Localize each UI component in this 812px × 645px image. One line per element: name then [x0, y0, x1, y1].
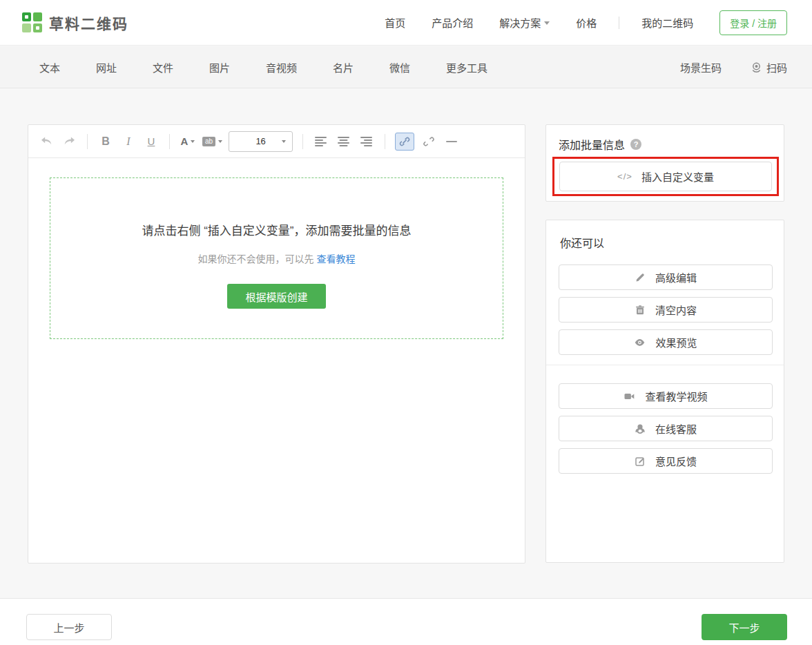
help-icon[interactable]: ? — [630, 139, 641, 150]
tutorial-video-button[interactable]: 查看教学视频 — [559, 383, 773, 409]
main-nav: 首页 产品介绍 解决方案 价格 我的二维码 登录 / 注册 — [385, 10, 787, 35]
redo-button[interactable] — [61, 133, 77, 151]
more-actions-panel: 你还可以 高级编辑 清空内容 效 — [545, 220, 784, 563]
pencil-icon — [635, 272, 646, 283]
next-step-button[interactable]: 下一步 — [702, 614, 787, 640]
hint-text: 如果你还不会使用，可以先 — [198, 253, 317, 264]
nav-item-my-qrcodes[interactable]: 我的二维码 — [641, 15, 693, 30]
nav-divider — [619, 17, 619, 29]
nav-item-solutions-label: 解决方案 — [499, 15, 541, 30]
nav-item-pricing[interactable]: 价格 — [576, 15, 597, 30]
underline-button[interactable]: U — [143, 133, 160, 151]
logo-square-icon — [22, 12, 31, 21]
create-from-template-button[interactable]: 根据模版创建 — [227, 284, 325, 309]
tab-wechat[interactable]: 微信 — [389, 60, 410, 75]
font-size-value: 16 — [255, 136, 265, 146]
tutorial-link[interactable]: 查看教程 — [316, 253, 355, 264]
undo-icon — [40, 136, 53, 146]
panel-divider — [546, 365, 784, 365]
login-register-button[interactable]: 登录 / 注册 — [719, 10, 787, 35]
batch-info-header: 添加批量信息 ? — [559, 136, 771, 153]
advanced-edit-button[interactable]: 高级编辑 — [559, 264, 773, 290]
tutorial-video-label: 查看教学视频 — [645, 389, 707, 403]
highlight-color-button[interactable]: ab — [202, 133, 222, 151]
logo-square-icon — [22, 23, 31, 32]
previous-step-button[interactable]: 上一步 — [26, 614, 112, 640]
editor-content-area[interactable]: 请点击右侧 “插入自定义变量”，添加需要批量的信息 如果你还不会使用，可以先 查… — [28, 158, 525, 358]
online-support-label: 在线客服 — [655, 421, 697, 436]
red-highlight-annotation: </> 插入自定义变量 — [552, 157, 779, 196]
variable-placeholder-box: 请点击右侧 “插入自定义变量”，添加需要批量的信息 如果你还不会使用，可以先 查… — [50, 177, 503, 339]
chevron-down-icon — [544, 21, 550, 25]
logo-square-icon — [33, 12, 42, 21]
eye-icon — [634, 337, 646, 348]
align-center-button[interactable] — [336, 133, 352, 151]
rich-text-editor: B I U A ab 16 — [28, 124, 525, 564]
placeholder-instruction: 请点击右侧 “插入自定义变量”，添加需要批量的信息 — [142, 221, 411, 238]
page: 草料二维码 首页 产品介绍 解决方案 价格 我的二维码 登录 / 注册 文本 网… — [0, 0, 812, 645]
nav-item-products[interactable]: 产品介绍 — [432, 15, 473, 30]
horizontal-rule-icon — [446, 141, 457, 142]
tab-vcard[interactable]: 名片 — [333, 60, 354, 75]
editor-toolbar: B I U A ab 16 — [28, 125, 525, 158]
toolbar-divider — [385, 134, 385, 149]
insert-variable-label: 插入自定义变量 — [641, 169, 714, 184]
qr-type-tabs: 文本 网址 文件 图片 音视频 名片 微信 更多工具 — [39, 60, 487, 75]
align-left-icon — [315, 137, 327, 146]
nav-item-solutions[interactable]: 解决方案 — [499, 15, 550, 30]
preview-button[interactable]: 效果预览 — [559, 329, 773, 355]
online-support-button[interactable]: 在线客服 — [559, 416, 773, 441]
align-right-button[interactable] — [358, 133, 375, 151]
tab-file[interactable]: 文件 — [153, 60, 173, 75]
insert-link-button[interactable] — [395, 133, 414, 151]
brand-name: 草料二维码 — [49, 12, 128, 33]
video-icon — [624, 391, 635, 402]
batch-info-panel: 添加批量信息 ? </> 插入自定义变量 — [545, 124, 784, 202]
brand-logo[interactable]: 草料二维码 — [22, 12, 128, 33]
preview-label: 效果预览 — [655, 335, 697, 349]
wizard-footer: 上一步 下一步 — [0, 598, 812, 645]
clear-content-label: 清空内容 — [655, 302, 697, 317]
more-actions-title: 你还可以 — [560, 234, 771, 251]
tab-text[interactable]: 文本 — [39, 60, 60, 75]
scan-label: 扫码 — [766, 60, 787, 75]
font-color-label: A — [181, 135, 188, 147]
insert-variable-button[interactable]: </> 插入自定义变量 — [559, 162, 772, 191]
clear-content-button[interactable]: 清空内容 — [559, 297, 773, 322]
tab-image[interactable]: 图片 — [209, 60, 230, 75]
subnav-right: 场景生码 扫码 — [680, 60, 787, 75]
tab-media[interactable]: 音视频 — [266, 60, 297, 75]
highlight-icon: ab — [202, 137, 215, 146]
feedback-icon — [635, 456, 646, 467]
align-right-icon — [360, 137, 373, 146]
link-icon — [399, 136, 410, 147]
type-subnav: 文本 网址 文件 图片 音视频 名片 微信 更多工具 场景生码 扫码 — [0, 46, 812, 88]
trash-icon — [635, 305, 646, 316]
align-center-icon — [338, 137, 350, 146]
advanced-edit-label: 高级编辑 — [655, 270, 697, 285]
font-color-button[interactable]: A — [180, 133, 196, 151]
horizontal-rule-button[interactable] — [443, 133, 460, 151]
feedback-label: 意见反馈 — [655, 454, 697, 468]
tab-url[interactable]: 网址 — [96, 60, 117, 75]
batch-info-title: 添加批量信息 — [559, 136, 625, 153]
code-icon: </> — [617, 171, 632, 182]
scan-link[interactable]: 扫码 — [751, 60, 787, 75]
remove-link-button[interactable] — [420, 133, 437, 151]
undo-button[interactable] — [38, 133, 55, 151]
scene-code-link[interactable]: 场景生码 — [680, 60, 722, 75]
tab-more-tools[interactable]: 更多工具 — [446, 60, 487, 75]
bold-button[interactable]: B — [97, 133, 114, 151]
redo-icon — [63, 136, 76, 146]
brand-logo-icon — [22, 12, 43, 33]
toolbar-divider — [169, 134, 170, 149]
chevron-down-icon — [191, 140, 195, 143]
placeholder-hint: 如果你还不会使用，可以先 查看教程 — [198, 251, 356, 265]
align-left-button[interactable] — [313, 133, 329, 151]
scan-camera-icon — [751, 61, 762, 73]
nav-item-home[interactable]: 首页 — [385, 15, 405, 30]
feedback-button[interactable]: 意见反馈 — [559, 448, 773, 474]
font-size-select[interactable]: 16 — [229, 131, 293, 152]
italic-button[interactable]: I — [120, 133, 137, 151]
toolbar-divider — [87, 134, 88, 149]
